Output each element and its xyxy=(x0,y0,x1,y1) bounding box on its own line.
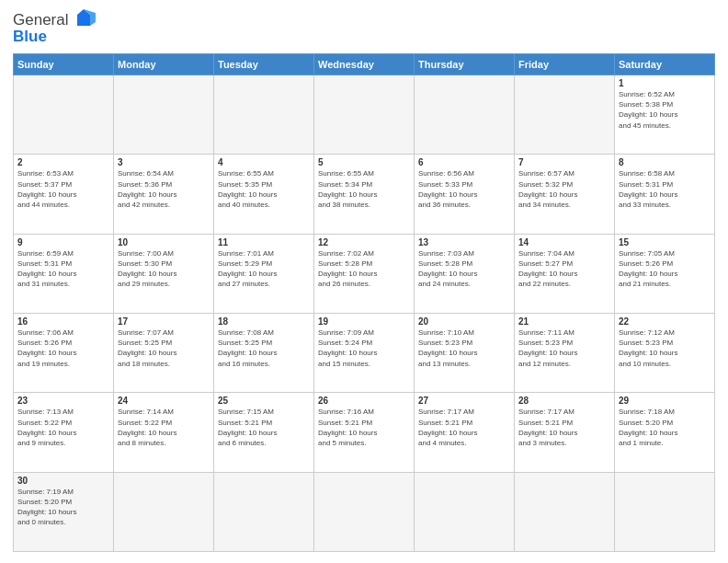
day-number: 22 xyxy=(619,316,711,327)
calendar-cell xyxy=(114,75,214,155)
col-wednesday: Wednesday xyxy=(314,54,415,75)
day-number: 2 xyxy=(17,157,109,167)
day-info: Sunrise: 7:17 AM Sunset: 5:21 PM Dayligh… xyxy=(518,407,610,448)
calendar-cell: 30Sunrise: 7:19 AM Sunset: 5:20 PM Dayli… xyxy=(14,472,114,551)
calendar-cell: 11Sunrise: 7:01 AM Sunset: 5:29 PM Dayli… xyxy=(214,234,314,313)
calendar-week-row: 2Sunrise: 6:53 AM Sunset: 5:37 PM Daylig… xyxy=(14,155,715,234)
day-number: 16 xyxy=(17,316,109,327)
day-info: Sunrise: 6:57 AM Sunset: 5:32 PM Dayligh… xyxy=(518,168,610,210)
day-number: 24 xyxy=(118,396,210,406)
day-number: 23 xyxy=(17,396,109,406)
calendar-cell xyxy=(615,472,715,551)
calendar-cell: 7Sunrise: 6:57 AM Sunset: 5:32 PM Daylig… xyxy=(515,155,615,234)
day-info: Sunrise: 6:54 AM Sunset: 5:36 PM Dayligh… xyxy=(118,168,210,210)
day-number: 21 xyxy=(518,316,610,327)
logo-general-text: General xyxy=(13,11,68,29)
logo: General Blue xyxy=(13,11,97,46)
calendar-cell xyxy=(314,75,415,155)
day-info: Sunrise: 7:09 AM Sunset: 5:24 PM Dayligh… xyxy=(318,327,410,369)
calendar-cell: 9Sunrise: 6:59 AM Sunset: 5:31 PM Daylig… xyxy=(14,234,114,313)
day-info: Sunrise: 7:14 AM Sunset: 5:22 PM Dayligh… xyxy=(118,407,210,448)
day-number: 17 xyxy=(118,316,210,327)
calendar-cell: 12Sunrise: 7:02 AM Sunset: 5:28 PM Dayli… xyxy=(314,234,415,313)
day-number: 29 xyxy=(619,396,711,406)
calendar-cell xyxy=(214,75,314,155)
day-info: Sunrise: 7:04 AM Sunset: 5:27 PM Dayligh… xyxy=(518,248,610,290)
header: General Blue xyxy=(13,11,715,46)
day-number: 4 xyxy=(218,157,310,167)
day-number: 19 xyxy=(318,316,410,327)
col-saturday: Saturday xyxy=(615,54,715,75)
calendar-cell: 6Sunrise: 6:56 AM Sunset: 5:33 PM Daylig… xyxy=(415,155,515,234)
col-tuesday: Tuesday xyxy=(214,54,314,75)
calendar-cell: 18Sunrise: 7:08 AM Sunset: 5:25 PM Dayli… xyxy=(214,313,314,392)
day-number: 6 xyxy=(418,157,510,167)
calendar-cell xyxy=(415,75,515,155)
day-info: Sunrise: 7:15 AM Sunset: 5:21 PM Dayligh… xyxy=(218,407,310,448)
day-info: Sunrise: 6:52 AM Sunset: 5:38 PM Dayligh… xyxy=(619,89,711,131)
calendar-cell: 16Sunrise: 7:06 AM Sunset: 5:26 PM Dayli… xyxy=(14,313,114,392)
calendar-cell: 3Sunrise: 6:54 AM Sunset: 5:36 PM Daylig… xyxy=(114,155,214,234)
calendar-cell: 14Sunrise: 7:04 AM Sunset: 5:27 PM Dayli… xyxy=(515,234,615,313)
day-info: Sunrise: 7:02 AM Sunset: 5:28 PM Dayligh… xyxy=(318,248,410,290)
calendar-week-row: 9Sunrise: 6:59 AM Sunset: 5:31 PM Daylig… xyxy=(14,234,715,313)
calendar-cell: 26Sunrise: 7:16 AM Sunset: 5:21 PM Dayli… xyxy=(314,393,415,472)
day-info: Sunrise: 6:55 AM Sunset: 5:35 PM Dayligh… xyxy=(218,168,310,210)
day-info: Sunrise: 7:06 AM Sunset: 5:26 PM Dayligh… xyxy=(17,327,109,369)
day-number: 25 xyxy=(218,396,310,406)
logo-icon xyxy=(70,9,97,29)
day-info: Sunrise: 7:10 AM Sunset: 5:23 PM Dayligh… xyxy=(418,327,510,369)
calendar-week-row: 16Sunrise: 7:06 AM Sunset: 5:26 PM Dayli… xyxy=(14,313,715,392)
calendar-cell: 21Sunrise: 7:11 AM Sunset: 5:23 PM Dayli… xyxy=(515,313,615,392)
day-info: Sunrise: 7:07 AM Sunset: 5:25 PM Dayligh… xyxy=(118,327,210,369)
calendar-cell: 5Sunrise: 6:55 AM Sunset: 5:34 PM Daylig… xyxy=(314,155,415,234)
day-info: Sunrise: 7:00 AM Sunset: 5:30 PM Dayligh… xyxy=(118,248,210,290)
calendar-cell xyxy=(515,472,615,551)
day-info: Sunrise: 7:11 AM Sunset: 5:23 PM Dayligh… xyxy=(518,327,610,369)
calendar-cell: 23Sunrise: 7:13 AM Sunset: 5:22 PM Dayli… xyxy=(14,393,114,472)
calendar-table: Sunday Monday Tuesday Wednesday Thursday… xyxy=(13,53,715,552)
calendar-cell: 19Sunrise: 7:09 AM Sunset: 5:24 PM Dayli… xyxy=(314,313,415,392)
day-info: Sunrise: 7:19 AM Sunset: 5:20 PM Dayligh… xyxy=(17,487,109,528)
day-number: 3 xyxy=(118,157,210,167)
calendar-week-row: 23Sunrise: 7:13 AM Sunset: 5:22 PM Dayli… xyxy=(14,393,715,472)
day-info: Sunrise: 6:56 AM Sunset: 5:33 PM Dayligh… xyxy=(418,168,510,210)
calendar-cell: 20Sunrise: 7:10 AM Sunset: 5:23 PM Dayli… xyxy=(415,313,515,392)
day-info: Sunrise: 7:08 AM Sunset: 5:25 PM Dayligh… xyxy=(218,327,310,369)
calendar-cell: 22Sunrise: 7:12 AM Sunset: 5:23 PM Dayli… xyxy=(615,313,715,392)
day-number: 26 xyxy=(318,396,410,406)
col-thursday: Thursday xyxy=(415,54,515,75)
day-number: 28 xyxy=(518,396,610,406)
day-number: 9 xyxy=(17,237,109,247)
day-info: Sunrise: 7:12 AM Sunset: 5:23 PM Dayligh… xyxy=(619,327,711,369)
calendar-week-row: 1Sunrise: 6:52 AM Sunset: 5:38 PM Daylig… xyxy=(14,75,715,155)
calendar-cell: 2Sunrise: 6:53 AM Sunset: 5:37 PM Daylig… xyxy=(14,155,114,234)
day-info: Sunrise: 6:59 AM Sunset: 5:31 PM Dayligh… xyxy=(17,248,109,290)
day-number: 7 xyxy=(518,157,610,167)
calendar-cell xyxy=(214,472,314,551)
calendar-cell: 10Sunrise: 7:00 AM Sunset: 5:30 PM Dayli… xyxy=(114,234,214,313)
calendar-cell xyxy=(14,75,114,155)
day-number: 8 xyxy=(619,157,711,167)
day-number: 11 xyxy=(218,237,310,247)
calendar-header-row: Sunday Monday Tuesday Wednesday Thursday… xyxy=(14,54,715,75)
day-number: 12 xyxy=(318,237,410,247)
day-number: 10 xyxy=(118,237,210,247)
day-info: Sunrise: 7:05 AM Sunset: 5:26 PM Dayligh… xyxy=(619,248,711,290)
calendar-cell: 15Sunrise: 7:05 AM Sunset: 5:26 PM Dayli… xyxy=(615,234,715,313)
col-friday: Friday xyxy=(515,54,615,75)
calendar-cell: 25Sunrise: 7:15 AM Sunset: 5:21 PM Dayli… xyxy=(214,393,314,472)
calendar-cell: 24Sunrise: 7:14 AM Sunset: 5:22 PM Dayli… xyxy=(114,393,214,472)
calendar-cell: 27Sunrise: 7:17 AM Sunset: 5:21 PM Dayli… xyxy=(415,393,515,472)
calendar-cell xyxy=(114,472,214,551)
day-info: Sunrise: 7:03 AM Sunset: 5:28 PM Dayligh… xyxy=(418,248,510,290)
day-info: Sunrise: 7:01 AM Sunset: 5:29 PM Dayligh… xyxy=(218,248,310,290)
calendar-cell: 8Sunrise: 6:58 AM Sunset: 5:31 PM Daylig… xyxy=(615,155,715,234)
day-info: Sunrise: 7:17 AM Sunset: 5:21 PM Dayligh… xyxy=(418,407,510,448)
calendar-cell: 1Sunrise: 6:52 AM Sunset: 5:38 PM Daylig… xyxy=(615,75,715,155)
day-number: 5 xyxy=(318,157,410,167)
calendar-week-row: 30Sunrise: 7:19 AM Sunset: 5:20 PM Dayli… xyxy=(14,472,715,551)
day-info: Sunrise: 7:18 AM Sunset: 5:20 PM Dayligh… xyxy=(619,407,711,448)
logo-blue-text: Blue xyxy=(13,28,47,45)
day-info: Sunrise: 7:16 AM Sunset: 5:21 PM Dayligh… xyxy=(318,407,410,448)
